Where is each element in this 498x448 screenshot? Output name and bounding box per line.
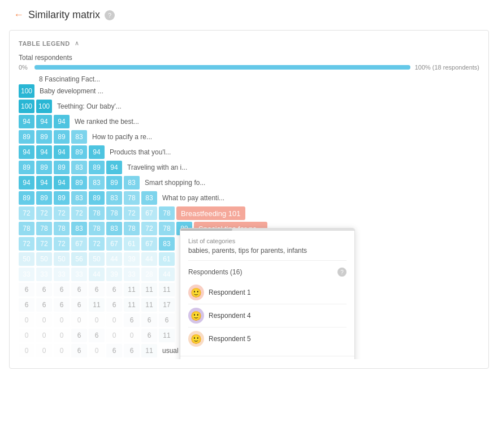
breastfeeding-101-cell[interactable]: Breastfeeding 101 [176, 206, 245, 220]
cell-72: 72 [54, 206, 70, 220]
cell-89: 89 [71, 145, 87, 159]
cell-6: 6 [71, 298, 87, 312]
cell-89: 89 [54, 191, 70, 205]
progress-bar-bg [34, 65, 410, 70]
cell-94: 94 [54, 145, 70, 159]
progress-bar-container: 0% 100% (18 respondents) [19, 64, 479, 71]
cell-17: 17 [159, 298, 175, 312]
cell-83: 83 [71, 191, 87, 205]
list-item[interactable]: 🙂 Respondent 1 [188, 281, 347, 304]
cell-100: 100 [19, 100, 34, 113]
cell-83: 83 [106, 191, 122, 205]
cell-50: 50 [36, 252, 52, 266]
cell-72: 72 [89, 237, 105, 251]
cell-67: 67 [71, 237, 87, 251]
cell-83: 83 [124, 176, 140, 189]
legend-header: TABLE LEGEND ∧ [19, 40, 479, 47]
cell-100: 100 [19, 84, 34, 98]
cell-72: 72 [71, 206, 87, 220]
cell-94: 94 [36, 115, 52, 128]
cell-0: 0 [19, 344, 34, 357]
row-label: Teething: Our baby'... [54, 102, 122, 110]
cell-94: 94 [54, 176, 70, 189]
row-label: Smart shopping fo... [141, 179, 205, 187]
cell-33: 33 [19, 268, 34, 281]
cell-0: 0 [54, 344, 70, 357]
cell-6: 6 [124, 313, 140, 327]
cell-0: 0 [54, 313, 70, 327]
cell-6: 6 [71, 329, 87, 342]
cell-11: 11 [159, 283, 175, 296]
main-card: TABLE LEGEND ∧ Total respondents 0% 100%… [9, 30, 489, 369]
cell-6: 6 [54, 283, 70, 296]
cell-0: 0 [124, 329, 140, 342]
cell-33: 33 [71, 268, 87, 281]
cell-78: 78 [36, 222, 52, 235]
cell-39: 39 [124, 252, 140, 266]
table-row: 94 94 94 We ranked the best... [19, 115, 479, 128]
popup-respondents-label: Respondents (16) [188, 268, 242, 276]
cell-94: 94 [19, 145, 34, 159]
table-row: 89 89 89 83 89 94 Traveling with an i... [19, 161, 479, 174]
cell-0: 0 [89, 313, 105, 327]
back-button[interactable]: ← [14, 9, 24, 21]
list-item[interactable]: 🙂 Respondent 5 [188, 328, 347, 349]
popup-inner: List of categories babies, parents, tips… [180, 231, 354, 356]
cell-72: 72 [19, 237, 34, 251]
cell-0: 0 [106, 329, 122, 342]
cell-50: 50 [19, 252, 34, 266]
respondents-popup: List of categories babies, parents, tips… [180, 228, 355, 359]
cell-89: 89 [71, 176, 87, 189]
cell-89: 89 [106, 176, 122, 189]
list-item[interactable]: 🙂 Respondent 4 [188, 304, 347, 328]
cell-0: 0 [106, 313, 122, 327]
title-help-icon[interactable]: ? [105, 10, 115, 20]
cell-33: 33 [124, 268, 140, 281]
cell-89: 89 [19, 161, 34, 174]
cell-94: 94 [19, 176, 34, 189]
cell-44: 44 [141, 252, 157, 266]
cell-78: 78 [124, 191, 140, 205]
cell-94: 94 [89, 145, 105, 159]
cell-94: 94 [36, 176, 52, 189]
legend-title: TABLE LEGEND [19, 40, 70, 47]
cell-11: 11 [159, 329, 175, 342]
respondents-label: Total respondents [19, 54, 479, 62]
cell-72: 72 [141, 222, 157, 235]
cell-0: 0 [36, 313, 52, 327]
cell-0: 0 [19, 313, 34, 327]
table-row: 94 94 94 89 94 Products that you'l... [19, 145, 479, 159]
cell-89: 89 [54, 130, 70, 144]
cell-72: 72 [54, 237, 70, 251]
cell-6: 6 [106, 283, 122, 296]
popup-help-icon[interactable]: ? [337, 268, 347, 277]
row-label: Baby development ... [36, 87, 103, 95]
popup-categories: babies, parents, tips for parents, infan… [188, 247, 347, 261]
cell-94: 94 [36, 145, 52, 159]
avatar: 🙂 [188, 308, 204, 324]
cell-89: 89 [54, 161, 70, 174]
cell-6: 6 [141, 329, 157, 342]
legend-chevron-icon[interactable]: ∧ [75, 40, 79, 47]
cell-72: 72 [36, 237, 52, 251]
cell-83: 83 [159, 237, 175, 251]
avatar: 🙂 [188, 285, 204, 300]
cell-44: 44 [89, 268, 105, 281]
cell-6: 6 [106, 298, 122, 312]
cell-0: 0 [36, 344, 52, 357]
cell-94: 94 [19, 115, 34, 128]
respondent-name: Respondent 4 [209, 312, 251, 320]
cell-39: 39 [106, 268, 122, 281]
popup-footer: ✓ SELECT EXCLUDE [180, 356, 354, 359]
cell-89: 89 [89, 161, 105, 174]
cell-72: 72 [19, 206, 34, 220]
cell-100: 100 [36, 100, 52, 113]
cell-44: 44 [106, 252, 122, 266]
matrix-area: 8 Fascinating Fact... 100 Baby developme… [19, 75, 479, 359]
cell-11: 11 [141, 344, 157, 357]
row-label: We ranked the best... [71, 118, 139, 126]
first-row-label: 8 Fascinating Fact... [36, 75, 479, 83]
respondents-row: Total respondents 0% 100% (18 respondent… [19, 54, 479, 71]
row-label: Traveling with an i... [124, 163, 187, 171]
table-row: 100 Baby development ... [19, 84, 479, 98]
